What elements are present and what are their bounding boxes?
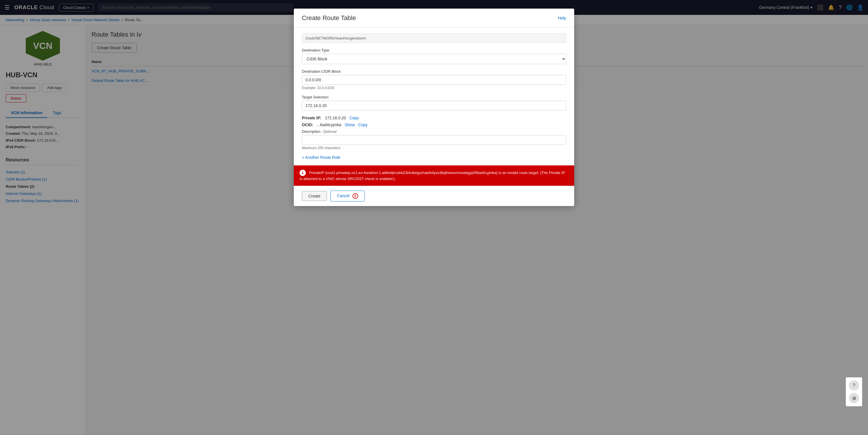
modal-title: Create Route Table (302, 14, 356, 22)
error-banner: 1 PrivateIP {ocid1.privateip.oc1.eu-fran… (294, 165, 574, 186)
private-ip-row: Private IP: 172.16.0.20 Copy (302, 116, 566, 120)
cancel-badge: 2 (352, 193, 358, 199)
help-widget-grid-icon[interactable]: ⊞ (849, 393, 859, 403)
help-widget-question-icon[interactable]: ? (849, 380, 859, 391)
error-message: PrivateIP {ocid1.privateip.oc1.eu-frankf… (300, 170, 565, 181)
destination-cidr-group: Destination CIDR Block Example: 10.0.0.0… (302, 69, 566, 90)
ocid-row: OCID: ...6ad4cyjmka Show Copy (302, 123, 566, 127)
description-hint: Maximum 255 characters (302, 146, 566, 150)
destination-cidr-label: Destination CIDR Block (302, 69, 566, 73)
description-label: Description Optional (302, 129, 566, 134)
description-group: Description Optional Maximum 255 charact… (302, 129, 566, 150)
private-ip-label: Private IP: (302, 116, 321, 120)
target-selection-input[interactable] (302, 101, 566, 111)
modal-overlay: Create Route Table Help (root)/NETWORK/I… (0, 0, 868, 435)
modal-header: Create Route Table Help (294, 8, 574, 28)
compartment-path: (root)/NETWORK/IwanHoogendoorn (302, 33, 566, 43)
description-input[interactable] (302, 135, 566, 145)
destination-type-select[interactable]: CIDR Block Service (302, 54, 566, 64)
target-selection-label: Target Selection (302, 95, 566, 99)
ocid-label: OCID: (302, 123, 313, 127)
modal-create-button[interactable]: Create (302, 191, 327, 201)
destination-type-label: Destination Type (302, 48, 566, 52)
ocid-copy-link[interactable]: Copy (358, 123, 368, 127)
destination-type-group: Destination Type CIDR Block Service (302, 48, 566, 64)
error-badge: 1 (300, 170, 306, 176)
ocid-value: ...6ad4cyjmka (317, 123, 341, 127)
private-ip-copy-link[interactable]: Copy (349, 116, 359, 120)
target-selection-group: Target Selection (302, 95, 566, 111)
modal-body: (root)/NETWORK/IwanHoogendoorn Destinati… (294, 28, 574, 165)
help-widget: ? ⊞ (846, 377, 862, 406)
modal-cancel-button[interactable]: Cancel 2 (331, 191, 365, 201)
modal-help-link[interactable]: Help (558, 16, 566, 20)
destination-cidr-hint: Example: 10.0.0.0/24 (302, 86, 566, 90)
modal-footer: Create Cancel 2 (294, 186, 574, 206)
private-ip-value: 172.16.0.20 (325, 116, 346, 120)
create-route-table-modal: Create Route Table Help (root)/NETWORK/I… (294, 8, 574, 206)
destination-cidr-input[interactable] (302, 75, 566, 85)
ocid-show-link[interactable]: Show (345, 123, 355, 127)
add-route-rule-link[interactable]: + Another Route Rule (302, 155, 340, 160)
description-optional-label: Optional (323, 129, 336, 134)
